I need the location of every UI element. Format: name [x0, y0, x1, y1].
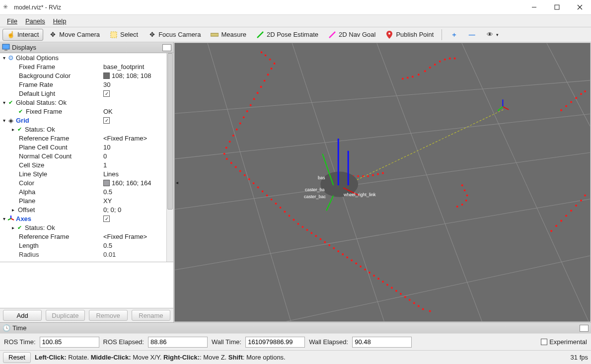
- tree-key[interactable]: Cell Size: [19, 161, 44, 169]
- tree-value[interactable]: 0.5: [103, 188, 112, 196]
- menu-file[interactable]: File: [3, 16, 21, 26]
- tree-key[interactable]: Line Style: [19, 170, 47, 178]
- tool-2d-pose-estimate[interactable]: 2D Pose Estimate: [252, 29, 323, 41]
- expand-toggle[interactable]: ▾: [1, 118, 7, 123]
- expand-toggle[interactable]: ▸: [10, 225, 16, 230]
- svg-point-42: [301, 226, 303, 228]
- tool-move-camera[interactable]: ✥Move Camera: [44, 29, 104, 41]
- svg-point-77: [434, 64, 436, 66]
- svg-point-3: [388, 32, 390, 34]
- expand-toggle[interactable]: ▸: [10, 127, 16, 132]
- expand-toggle[interactable]: ▾: [1, 100, 7, 105]
- tool-publish-point[interactable]: Publish Point: [381, 29, 438, 41]
- wall-elapsed-input[interactable]: [352, 337, 412, 348]
- green-arrow-icon: [256, 31, 264, 39]
- tree-value[interactable]: <Fixed Frame>: [103, 233, 147, 240]
- tree-value[interactable]: base_footprint: [103, 63, 144, 71]
- remove-button[interactable]: Remove: [89, 310, 128, 321]
- tree-value[interactable]: 0: [103, 152, 107, 160]
- tree-value[interactable]: 0; 0; 0: [103, 206, 121, 214]
- tree-key[interactable]: Plane: [19, 197, 35, 205]
- tree-value[interactable]: Lines: [103, 170, 119, 178]
- tree-value[interactable]: 30: [103, 81, 110, 88]
- duplicate-button[interactable]: Duplicate: [46, 310, 84, 321]
- svg-point-33: [262, 190, 264, 192]
- tool-visibility[interactable]: 👁▾: [481, 29, 503, 41]
- add-button[interactable]: Add: [3, 310, 42, 321]
- tool-2d-nav-goal[interactable]: 2D Nav Goal: [324, 29, 380, 41]
- tree-key[interactable]: Fixed Frame: [19, 63, 55, 71]
- tree-key[interactable]: Status: Ok: [25, 126, 55, 133]
- tool-interact[interactable]: ☝Interact: [2, 29, 43, 41]
- tool-measure[interactable]: Measure: [206, 29, 251, 41]
- tree-item[interactable]: Global Status: Ok: [16, 99, 67, 106]
- tree-scrollbar[interactable]: [166, 53, 173, 262]
- time-panel-header[interactable]: 🕓 Time: [0, 322, 591, 333]
- maximize-button[interactable]: [545, 0, 568, 15]
- tree-value[interactable]: OK: [103, 108, 113, 115]
- tree-item-grid[interactable]: Grid: [16, 117, 29, 124]
- expand-toggle[interactable]: ▾: [1, 216, 7, 221]
- tree-value[interactable]: 0.01: [103, 251, 116, 258]
- tree-value[interactable]: 108; 108; 108: [112, 72, 151, 79]
- minimize-button[interactable]: [522, 0, 545, 15]
- tree-key[interactable]: Reference Frame: [19, 233, 69, 240]
- tree-key[interactable]: Background Color: [19, 72, 71, 79]
- wall-time-input[interactable]: [245, 337, 305, 348]
- displays-panel-header[interactable]: Displays: [0, 42, 173, 53]
- ros-time-input[interactable]: [40, 337, 99, 348]
- tree-value[interactable]: 160; 160; 164: [112, 179, 151, 187]
- tree-key[interactable]: Length: [19, 242, 39, 249]
- tree-value[interactable]: 10: [103, 144, 110, 151]
- displays-button-row: Add Duplicate Remove Rename: [0, 308, 173, 322]
- expand-toggle[interactable]: ▾: [1, 55, 7, 61]
- tree-key[interactable]: Alpha: [19, 188, 35, 196]
- svg-point-73: [412, 75, 414, 77]
- displays-tree[interactable]: ▾⚙Global Options Fixed Framebase_footpri…: [0, 53, 173, 262]
- tree-key[interactable]: Color: [19, 179, 34, 187]
- tool-remove[interactable]: —: [463, 29, 480, 41]
- reset-button[interactable]: Reset: [3, 352, 31, 363]
- experimental-checkbox[interactable]: [541, 339, 547, 345]
- tree-value[interactable]: 0.5: [103, 242, 112, 249]
- svg-point-79: [444, 59, 446, 61]
- tool-add[interactable]: ＋: [445, 29, 462, 41]
- rename-button[interactable]: Rename: [132, 310, 170, 321]
- svg-point-99: [570, 210, 572, 212]
- checkbox[interactable]: ✓: [103, 216, 110, 222]
- tree-value[interactable]: XY: [103, 197, 112, 205]
- color-swatch[interactable]: [103, 73, 110, 79]
- tree-key[interactable]: Frame Rate: [19, 81, 53, 88]
- panel-float-button[interactable]: [580, 325, 589, 332]
- tree-value[interactable]: 1: [103, 161, 107, 169]
- svg-point-21: [232, 135, 234, 137]
- tree-key[interactable]: Fixed Frame: [26, 108, 62, 115]
- collapse-handle[interactable]: ◂: [174, 171, 179, 194]
- color-swatch[interactable]: [103, 180, 110, 186]
- tree-key[interactable]: Default Light: [19, 90, 55, 97]
- menu-panels[interactable]: Panels: [21, 16, 49, 26]
- tree-value[interactable]: <Fixed Frame>: [103, 135, 147, 142]
- checkbox[interactable]: ✓: [103, 90, 110, 97]
- expand-toggle[interactable]: ▸: [10, 207, 16, 213]
- ros-elapsed-input[interactable]: [148, 337, 208, 348]
- panel-float-button[interactable]: [162, 44, 171, 51]
- checkbox[interactable]: ✓: [103, 117, 110, 124]
- tool-select[interactable]: Select: [105, 29, 143, 41]
- tree-key[interactable]: Status: Ok: [25, 224, 55, 231]
- 3d-viewport[interactable]: ◂: [174, 43, 591, 322]
- tool-focus-camera[interactable]: ✥Focus Camera: [144, 29, 205, 41]
- tree-item-axes[interactable]: Axes: [16, 215, 31, 222]
- status-hints: Left-Click: Rotate. Middle-Click: Move X…: [35, 354, 286, 361]
- tree-key[interactable]: Plane Cell Count: [19, 144, 68, 151]
- close-button[interactable]: [568, 0, 591, 15]
- tree-key[interactable]: Normal Cell Count: [19, 152, 72, 160]
- tree-key[interactable]: Radius: [19, 251, 39, 258]
- tree-key[interactable]: Reference Frame: [19, 135, 69, 142]
- render-canvas: [175, 43, 590, 321]
- menu-help[interactable]: Help: [49, 16, 71, 26]
- svg-point-13: [260, 86, 262, 88]
- tree-key[interactable]: Offset: [18, 206, 35, 214]
- toolbar: ☝Interact ✥Move Camera Select ✥Focus Cam…: [0, 27, 591, 42]
- tree-item[interactable]: Global Options: [16, 54, 59, 62]
